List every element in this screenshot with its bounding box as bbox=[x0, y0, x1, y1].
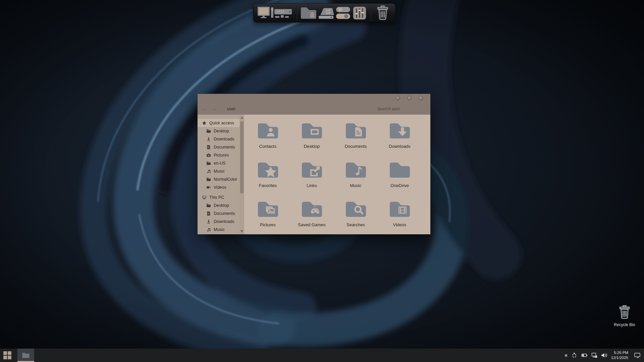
sidebar-item-pc-music[interactable]: Music bbox=[198, 226, 244, 234]
sidebar-item-pc-downloads[interactable]: Downloads bbox=[198, 218, 244, 226]
sidebar-item-label: Videos bbox=[214, 185, 226, 190]
taskbar-file-explorer-button[interactable] bbox=[17, 349, 34, 362]
sidebar-item-label: Music bbox=[214, 227, 225, 232]
sidebar-item-label: Desktop bbox=[214, 203, 229, 208]
sidebar-item-videos[interactable]: Videos bbox=[198, 183, 244, 191]
recycle-bin-label: Recycle Bin bbox=[611, 322, 638, 327]
folder-tile-contacts[interactable]: Contacts bbox=[246, 121, 290, 160]
music-icon bbox=[206, 227, 211, 232]
folder-tile-links[interactable]: Links bbox=[290, 160, 334, 199]
battery-icon[interactable] bbox=[581, 353, 588, 358]
start-button[interactable] bbox=[0, 349, 15, 362]
explorer-toolbar: ← → user Search user bbox=[198, 105, 430, 113]
back-button[interactable]: ← bbox=[202, 106, 207, 111]
sidebar-item-label: Downloads bbox=[214, 219, 234, 224]
folder-tile-music[interactable]: Music bbox=[334, 160, 378, 199]
folder-tile-desktop[interactable]: Desktop bbox=[290, 121, 334, 160]
window-close-button[interactable] bbox=[419, 96, 423, 100]
sidebar-item-label: Pictures bbox=[214, 153, 229, 158]
windows-drive-icon bbox=[317, 6, 335, 20]
sidebar-scrollbar[interactable] bbox=[239, 115, 244, 234]
scroll-down-icon[interactable] bbox=[240, 230, 243, 232]
download-icon bbox=[206, 137, 211, 141]
dock-trash-button[interactable] bbox=[374, 4, 392, 22]
taskbar-clock[interactable]: 5:25 PM 12/1/2025 bbox=[611, 350, 628, 360]
folder-icon bbox=[206, 129, 211, 133]
sidebar-item-pc-documents[interactable]: Documents bbox=[198, 209, 244, 218]
folder-label: Contacts bbox=[259, 144, 276, 149]
folder-label: Links bbox=[307, 183, 317, 188]
volume-icon[interactable] bbox=[601, 353, 607, 358]
sidebar-item-label: Documents bbox=[214, 145, 235, 149]
scroll-up-icon[interactable] bbox=[240, 117, 243, 119]
sidebar-item-desktop[interactable]: Desktop bbox=[198, 127, 244, 135]
folder-tile-pictures[interactable]: Pictures bbox=[246, 199, 290, 239]
sidebar-item-label: en-US bbox=[214, 161, 225, 166]
forward-button[interactable]: → bbox=[212, 106, 217, 111]
dock-workstation-button[interactable] bbox=[257, 4, 294, 22]
toggle-switches-icon bbox=[335, 6, 352, 20]
folder-tile-videos[interactable]: Videos bbox=[378, 199, 422, 239]
folder-label: Desktop bbox=[304, 144, 320, 149]
dock-toggles-button[interactable] bbox=[335, 4, 352, 22]
folder-label: Downloads bbox=[389, 144, 410, 149]
dock-system-drive-button[interactable] bbox=[317, 4, 335, 22]
window-maximize-button[interactable] bbox=[407, 96, 412, 100]
caption-buttons bbox=[396, 96, 423, 100]
star-icon bbox=[202, 121, 207, 125]
sidebar-item-music[interactable]: Music bbox=[198, 167, 244, 175]
sidebar-item-en-us[interactable]: en-US bbox=[198, 159, 244, 167]
sidebar-item-this-pc[interactable]: This PC bbox=[198, 193, 244, 201]
address-bar[interactable]: user bbox=[227, 106, 235, 111]
sidebar-item-downloads[interactable]: Downloads bbox=[198, 135, 244, 143]
sidebar-item-pc-desktop[interactable]: Desktop bbox=[198, 201, 244, 209]
folder-label: Pictures bbox=[260, 222, 276, 227]
dock-files-button[interactable] bbox=[300, 4, 317, 22]
navigation-pane: Quick access Desktop Downloads Documents… bbox=[198, 115, 244, 234]
trash-icon bbox=[376, 5, 390, 21]
folder-tile-favorites[interactable]: Favorites bbox=[246, 160, 290, 199]
camera-icon bbox=[206, 153, 211, 158]
network-icon[interactable] bbox=[591, 353, 597, 358]
video-icon bbox=[206, 185, 211, 190]
dock-mixer-button[interactable] bbox=[352, 4, 368, 22]
folder-label: OneDrive bbox=[390, 183, 409, 188]
clock-date: 12/1/2025 bbox=[611, 355, 628, 360]
folder-tile-downloads[interactable]: Downloads bbox=[378, 121, 422, 160]
document-icon bbox=[206, 145, 211, 149]
window-titlebar[interactable]: ← → user Search user bbox=[198, 94, 430, 115]
dock-separator bbox=[297, 5, 297, 21]
system-tray: 5:25 PM 12/1/2025 bbox=[565, 350, 644, 360]
folder-icon bbox=[206, 161, 211, 166]
folder-tile-onedrive[interactable]: OneDrive bbox=[378, 160, 422, 199]
sidebar-item-pictures[interactable]: Pictures bbox=[198, 151, 244, 159]
sidebar-item-normalcolor[interactable]: NormalColor bbox=[198, 175, 244, 183]
scrollbar-thumb[interactable] bbox=[240, 121, 244, 193]
folder-label: Favorites bbox=[259, 183, 277, 188]
monitor-icon bbox=[202, 195, 207, 200]
notification-icon[interactable] bbox=[634, 352, 641, 358]
folder-tile-documents[interactable]: Documents bbox=[334, 121, 378, 160]
folder-label: Documents bbox=[345, 144, 367, 149]
folder-tile-searches[interactable]: Searches bbox=[334, 199, 378, 239]
sidebar-item-label: Downloads bbox=[214, 137, 234, 141]
windows-logo-icon bbox=[3, 351, 11, 359]
folder-label: Music bbox=[350, 183, 362, 188]
folder-label: Searches bbox=[346, 222, 365, 227]
sidebar-item-quick-access[interactable]: Quick access bbox=[198, 119, 244, 127]
folder-tile-saved-games[interactable]: Saved Games bbox=[290, 199, 334, 239]
camera-app-icon[interactable] bbox=[571, 352, 577, 358]
file-explorer-window: ← → user Search user Quick access Deskto… bbox=[197, 94, 431, 234]
recycle-bin-desktop-icon[interactable]: Recycle Bin bbox=[611, 305, 638, 327]
sliders-icon bbox=[352, 6, 367, 20]
window-minimize-button[interactable] bbox=[396, 96, 400, 100]
document-icon bbox=[206, 211, 211, 216]
computer-workstation-icon bbox=[257, 6, 294, 20]
folder-label: Videos bbox=[393, 222, 407, 227]
hidden-app-icon[interactable] bbox=[565, 354, 568, 357]
sidebar-item-label: Desktop bbox=[214, 129, 229, 133]
search-input[interactable]: Search user bbox=[342, 106, 436, 112]
dock bbox=[253, 3, 395, 22]
folder-icon bbox=[206, 203, 211, 208]
sidebar-item-documents[interactable]: Documents bbox=[198, 143, 244, 151]
